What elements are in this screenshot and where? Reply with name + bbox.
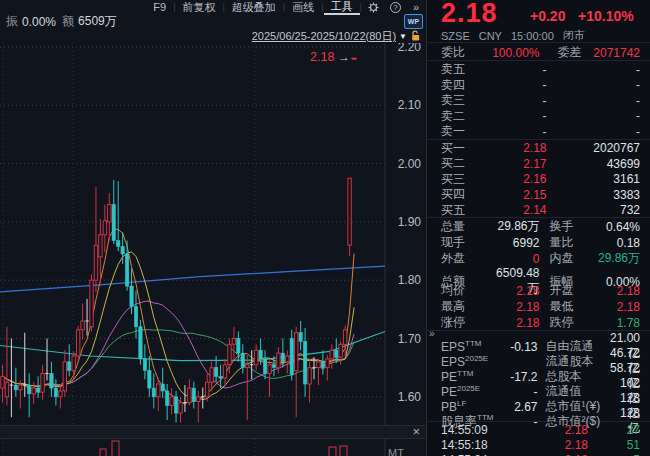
sell-level-row[interactable]: 卖五-- — [427, 61, 650, 77]
candle — [59, 384, 62, 409]
help-icon[interactable]: ? — [390, 2, 401, 13]
marker-arrow-icon: → — [338, 50, 350, 64]
sell-level-volume: - — [561, 94, 641, 108]
toolbar-item-5[interactable]: 工具 — [324, 0, 360, 15]
candle — [241, 344, 244, 373]
financial-value: - — [507, 385, 538, 399]
y-axis-label: 1.80 — [398, 273, 422, 287]
buy-level-price: 2.14 — [481, 203, 561, 217]
stats-value: 0.18 — [586, 236, 641, 250]
candle — [188, 379, 191, 405]
candle — [14, 368, 17, 397]
buy-queue: 买一2.182020767买二2.1743699买三2.163161买四2.15… — [427, 139, 650, 218]
candle — [330, 344, 333, 369]
stats-label: 内盘 — [540, 250, 586, 267]
sell-level-row[interactable]: 卖四-- — [427, 77, 650, 93]
buy-level-price: 2.15 — [481, 188, 561, 202]
sell-level-volume: - — [561, 78, 641, 92]
tick-volume: 5 — [588, 453, 640, 456]
stats-row: 现手6992量比0.18 — [427, 234, 650, 250]
tick-time: 14:55:18 — [441, 438, 528, 452]
financial-label: PBLF — [441, 399, 507, 414]
financial-row: EPSTTM-0.13自由流通21.00亿 — [427, 331, 650, 346]
buy-level-label: 买三 — [441, 171, 481, 188]
kline-chart[interactable]: 2.202.102.001.901.801.701.602.18→ — [0, 43, 426, 425]
exchange-label: SZSE — [441, 30, 470, 42]
candle — [206, 374, 209, 402]
stats-row: 总额6509.48万振幅0.00% — [427, 266, 650, 282]
financial-label-sup: 2025E — [457, 384, 480, 393]
panel-expander-icon[interactable]: » — [429, 328, 435, 339]
tick-price: 2.18 — [528, 423, 588, 437]
buy-level-row[interactable]: 买四2.153383 — [427, 186, 650, 202]
wp-tool-icon[interactable]: WP — [404, 14, 423, 29]
stats-value: 29.86万 — [586, 250, 641, 267]
candle — [108, 193, 111, 241]
stats-section: 总量29.86万换手0.64%现手6992量比0.18外盘0内盘29.86万总额… — [427, 217, 650, 330]
candle — [23, 333, 26, 397]
buy-level-label: 买二 — [441, 155, 481, 172]
sell-level-label: 卖一 — [441, 123, 481, 140]
toolbar-item-3[interactable]: 超级叠加 — [225, 1, 283, 14]
volume-pane[interactable]: MT — [0, 439, 426, 456]
unlock-icon[interactable] — [410, 30, 422, 42]
buy-level-row[interactable]: 买三2.163161 — [427, 171, 650, 187]
buy-level-price: 2.18 — [481, 141, 561, 155]
candle — [246, 355, 249, 420]
chart-toolbar: F9|前复权|超级叠加|画线|工具|?» — [0, 0, 426, 14]
close-icon[interactable]: × — [412, 425, 420, 439]
gear-icon-wrap[interactable] — [362, 2, 385, 13]
quote-rows: 委比 100.00% 委差 2071742 卖五--卖四--卖三--卖二--卖一… — [427, 44, 650, 456]
financial-label: PETTM — [441, 369, 507, 384]
tick-volume: 27 — [588, 423, 640, 437]
financial-label-sup: TTM — [465, 339, 481, 348]
sell-level-label: 卖五 — [441, 61, 481, 78]
candle — [152, 374, 155, 409]
kline-pane: F9|前复权|超级叠加|画线|工具|?» 振 0.00% 额 6509万 WP … — [0, 0, 427, 456]
sell-level-row[interactable]: 卖一-- — [427, 123, 650, 139]
price-change-pct: +10.10% — [578, 8, 634, 24]
candle — [254, 344, 257, 370]
candle — [90, 274, 93, 331]
financial-label: EPS2025E — [441, 354, 507, 369]
buy-level-row[interactable]: 买五2.14732 — [427, 202, 650, 218]
sell-level-row[interactable]: 卖二-- — [427, 108, 650, 124]
amplitude-label: 振 — [6, 13, 18, 30]
buy-level-label: 买一 — [441, 140, 481, 157]
stats-row: 最高2.18最低2.18 — [427, 298, 650, 314]
candle — [174, 391, 177, 423]
stats-value: 2.18 — [586, 300, 641, 314]
candle — [143, 344, 146, 379]
tick-time: 14:55:09 — [441, 423, 528, 437]
stats-value: 0.64% — [586, 220, 641, 234]
sell-level-row[interactable]: 卖三-- — [427, 92, 650, 108]
quote-panel: 2.18 +0.20 +10.10% SZSE CNY 15:00:00 闭市 … — [427, 0, 650, 456]
date-range-selector[interactable]: 2025/06/25-2025/10/22(80日) — [252, 29, 396, 44]
stats-label: 现手 — [441, 234, 485, 251]
range-bar: 2025/06/25-2025/10/22(80日) ▼ — [0, 29, 426, 43]
stats-label: 总量 — [441, 218, 485, 235]
volume-bar — [100, 449, 106, 456]
more-menu-icon[interactable]: » — [406, 1, 426, 14]
buy-level-volume: 2020767 — [561, 141, 641, 155]
candle — [263, 350, 266, 379]
gear-icon[interactable] — [368, 2, 379, 13]
tick-list: 14:55:092.182714:55:182.185114:55:242.18… — [427, 421, 650, 456]
y-axis-label: 2.00 — [398, 157, 422, 171]
buy-level-row[interactable]: 买二2.1743699 — [427, 155, 650, 171]
candle — [299, 321, 302, 350]
stats-row: 外盘0内盘29.86万 — [427, 250, 650, 266]
candle — [317, 359, 320, 385]
toolbar-item-4[interactable]: 画线 — [285, 1, 321, 14]
stats-label: 跌停 — [540, 314, 586, 331]
tick-price: 2.18 — [528, 438, 588, 452]
kline-svg: 2.202.102.001.901.801.701.602.18→ — [0, 43, 426, 425]
range-dropdown-icon[interactable]: ▼ — [399, 32, 407, 41]
toolbar-item-2[interactable]: 前复权 — [176, 1, 223, 14]
candle — [68, 344, 71, 376]
candle — [303, 328, 306, 397]
financial-label-sup: 2025E — [465, 354, 488, 363]
sell-level-price: - — [481, 125, 561, 139]
buy-level-row[interactable]: 买一2.182020767 — [427, 140, 650, 156]
toolbar-item-1[interactable]: F9 — [146, 1, 173, 14]
